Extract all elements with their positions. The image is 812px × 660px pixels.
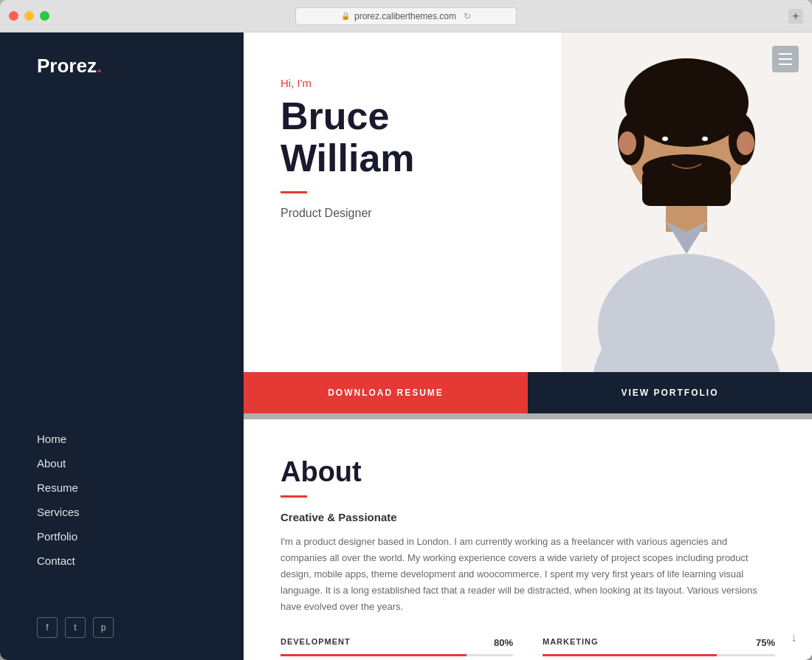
skill-development-bar-fill (281, 654, 467, 656)
refresh-icon[interactable]: ↻ (464, 11, 471, 21)
sidebar-social: f t p (0, 617, 244, 638)
svg-point-8 (737, 131, 754, 155)
skill-marketing: MARKETING 75% (543, 637, 775, 656)
sidebar: Prorez. Home About Resume Services Portf… (0, 32, 244, 660)
hamburger-line-2 (779, 58, 792, 60)
about-divider (281, 495, 307, 498)
maximize-button[interactable] (40, 11, 49, 21)
about-title: About (281, 456, 775, 488)
url-bar[interactable]: 🔒 prorez.caliberthemes.com ↻ (295, 7, 517, 25)
facebook-button[interactable]: f (37, 617, 58, 638)
skills-row: DEVELOPMENT 80% MARKETING 75% (281, 637, 775, 656)
portrait-svg (561, 32, 812, 372)
hamburger-line-1 (779, 53, 792, 55)
download-resume-button[interactable]: DOWNLOAD RESUME (244, 372, 528, 413)
sidebar-item-resume[interactable]: Resume (37, 475, 244, 500)
about-subtitle: Creative & Passionate (281, 511, 775, 523)
svg-point-11 (662, 137, 668, 141)
portrait-background (561, 32, 812, 372)
hero-section: Hi, I'm Bruce William Product Designer (244, 32, 812, 372)
browser-content: Prorez. Home About Resume Services Portf… (0, 32, 812, 660)
skill-development-name: DEVELOPMENT (281, 637, 351, 648)
hero-job-title: Product Designer (281, 207, 472, 220)
skill-marketing-percent: 75% (756, 637, 775, 648)
skill-development-header: DEVELOPMENT 80% (281, 637, 513, 648)
sidebar-item-portfolio[interactable]: Portfolio (37, 524, 244, 549)
about-body: I'm a product designer based in London. … (281, 534, 775, 615)
sidebar-item-services[interactable]: Services (37, 500, 244, 524)
twitter-icon: t (74, 622, 76, 633)
titlebar: 🔒 prorez.caliberthemes.com ↻ + (0, 0, 812, 32)
skill-marketing-name: MARKETING (543, 637, 599, 648)
logo-dot: . (97, 55, 102, 77)
main-wrapper: Hi, I'm Bruce William Product Designer (244, 32, 812, 660)
sidebar-logo: Prorez. (0, 55, 244, 78)
main-content: Hi, I'm Bruce William Product Designer (244, 32, 812, 660)
view-portfolio-button[interactable]: VIEW PORTFOLIO (528, 372, 812, 413)
minimize-button[interactable] (24, 11, 34, 21)
hero-name: Bruce William (281, 95, 472, 179)
scroll-indicator[interactable]: ↓ (791, 630, 797, 645)
cta-buttons: DOWNLOAD RESUME VIEW PORTFOLIO (244, 372, 812, 413)
pinterest-icon: p (101, 622, 106, 633)
twitter-button[interactable]: t (65, 617, 86, 638)
skill-marketing-bar-fill (543, 654, 717, 656)
new-tab-button[interactable]: + (788, 9, 803, 24)
hero-greeting: Hi, I'm (281, 77, 472, 89)
url-text: prorez.caliberthemes.com (354, 11, 456, 21)
skill-development: DEVELOPMENT 80% (281, 637, 513, 656)
sidebar-item-home[interactable]: Home (37, 427, 244, 451)
skill-marketing-header: MARKETING 75% (543, 637, 775, 648)
hero-divider (281, 191, 307, 193)
about-section: About Creative & Passionate I'm a produc… (244, 419, 812, 660)
sidebar-item-contact[interactable]: Contact (37, 549, 244, 573)
hamburger-line-3 (779, 63, 792, 65)
svg-point-12 (702, 137, 708, 141)
window-controls (9, 11, 49, 21)
skill-development-bar-bg (281, 654, 513, 656)
pinterest-button[interactable]: p (93, 617, 114, 638)
hero-text: Hi, I'm Bruce William Product Designer (244, 32, 509, 250)
skill-marketing-bar-bg (543, 654, 775, 656)
skill-development-percent: 80% (494, 637, 513, 648)
hamburger-menu[interactable] (772, 46, 799, 72)
close-button[interactable] (9, 11, 18, 21)
lock-icon: 🔒 (341, 12, 350, 20)
logo-text: Prorez. (37, 55, 102, 77)
sidebar-item-about[interactable]: About (37, 451, 244, 475)
sidebar-nav: Home About Resume Services Portfolio Con… (0, 427, 244, 573)
mac-window: 🔒 prorez.caliberthemes.com ↻ + Prorez. H… (0, 0, 812, 660)
facebook-icon: f (46, 622, 48, 633)
svg-point-7 (619, 131, 636, 155)
hero-portrait (561, 32, 812, 372)
